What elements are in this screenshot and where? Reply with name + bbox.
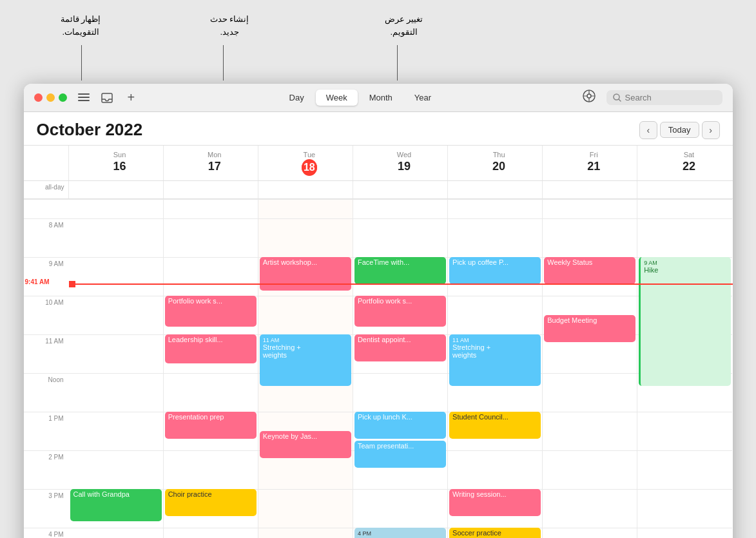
toolbar-icons [75, 89, 116, 107]
event-soccer[interactable]: Soccer practice [449, 528, 541, 538]
day-header-fri: Fri 21 [543, 146, 637, 180]
time-labels: 8 AM 9 AM 10 AM 11 AM Noon 1 PM 2 PM 3 P… [24, 199, 69, 538]
time-col-header [24, 146, 69, 180]
event-artist-workshop[interactable]: Artist workshop... [260, 257, 351, 291]
calendar-list-icon[interactable] [75, 89, 93, 107]
time-padding [24, 199, 69, 218]
prev-button[interactable]: ‹ [639, 121, 657, 139]
tab-day[interactable]: Day [279, 90, 315, 106]
allday-sat [637, 181, 732, 198]
event-stretching-tue[interactable]: 11 AMStretching +weights [260, 334, 351, 386]
allday-wed [353, 181, 448, 198]
svg-rect-0 [78, 93, 90, 95]
allday-mon [164, 181, 258, 198]
traffic-lights [34, 93, 67, 102]
event-pickup-lunch[interactable]: Pick up lunch K... [354, 412, 446, 439]
annotation-line-2 [223, 45, 224, 81]
day-header-mon: Mon 17 [164, 146, 258, 180]
event-leadership[interactable]: Leadership skill... [165, 334, 257, 363]
close-button[interactable] [34, 93, 43, 102]
event-team-presentation[interactable]: Team presentati... [354, 441, 446, 468]
annotation-create-event: إنشاء حدثجديد. [210, 13, 249, 38]
annotation-show-calendars: إظهار قائمةالتقويمات. [61, 13, 101, 38]
search-input[interactable] [625, 93, 715, 102]
day-headers: Sun 16 Mon 17 Tue 18 Wed 19 Thu 20 Fri 2… [24, 146, 733, 181]
airdrop-icon[interactable] [582, 89, 596, 106]
add-event-button[interactable]: + [124, 90, 139, 105]
event-student-council[interactable]: Student Council... [449, 412, 541, 439]
today-button[interactable]: Today [660, 122, 699, 138]
day-col-thu: Pick up coffee P... 11 AMStretching +wei… [448, 199, 543, 538]
day-col-tue: Artist workshop... 11 AMStretching +weig… [258, 199, 353, 538]
event-portfolio-mon[interactable]: Portfolio work s... [165, 296, 257, 327]
time-10am: 10 AM [24, 296, 69, 334]
time-3pm: 3 PM [24, 489, 69, 528]
event-facetime[interactable]: FaceTime with... [354, 257, 446, 284]
time-1pm: 1 PM [24, 412, 69, 450]
tab-year[interactable]: Year [404, 90, 441, 106]
day-header-thu: Thu 20 [448, 146, 543, 180]
day-header-sun: Sun 16 [69, 146, 164, 180]
inbox-icon[interactable] [98, 89, 116, 107]
day-header-sat: Sat 22 [637, 146, 732, 180]
event-dentist[interactable]: Dentist appoint... [354, 334, 446, 361]
time-8am: 8 AM [24, 218, 69, 257]
next-button[interactable]: › [702, 121, 720, 139]
annotation-line-3 [81, 45, 82, 81]
allday-thu [448, 181, 543, 198]
calendar-header: October 2022 ‹ Today › [24, 112, 733, 146]
calendar-window: + Day Week Month Year October 2022 ‹ Tod… [24, 84, 733, 538]
search-box[interactable] [606, 90, 722, 105]
event-choir[interactable]: Choir practice [165, 489, 257, 516]
event-yoga[interactable]: 4 PMYoga class Gold... [354, 528, 446, 538]
allday-sun [69, 181, 164, 198]
day-col-sat: 9 AMHike [637, 199, 732, 538]
event-presentation-prep[interactable]: Presentation prep [165, 412, 257, 439]
allday-fri [543, 181, 637, 198]
time-2pm: 2 PM [24, 450, 69, 489]
allday-row: all-day [24, 181, 733, 199]
days-columns: 9:41 AM [69, 199, 733, 538]
time-grid: 8 AM 9 AM 10 AM 11 AM Noon 1 PM 2 PM 3 P… [24, 199, 733, 538]
time-noon: Noon [24, 373, 69, 412]
day-col-mon: Portfolio work s... Leadership skill... … [164, 199, 258, 538]
day-header-tue: Tue 18 [258, 146, 353, 180]
event-call-grandpa[interactable]: Call with Grandpa [70, 489, 162, 521]
time-11am: 11 AM [24, 334, 69, 373]
event-keynote[interactable]: Keynote by Jas... [260, 431, 351, 458]
minimize-button[interactable] [46, 93, 55, 102]
tab-month[interactable]: Month [359, 90, 403, 106]
annotation-line-1 [397, 45, 398, 81]
tab-week[interactable]: Week [316, 90, 358, 106]
event-writing-session[interactable]: Writing session... [449, 489, 541, 516]
search-icon [613, 93, 621, 102]
allday-tue [258, 181, 353, 198]
svg-line-7 [619, 99, 621, 101]
event-hike[interactable]: 9 AMHike [639, 257, 731, 386]
time-4pm: 4 PM [24, 528, 69, 538]
nav-group: ‹ Today › [639, 121, 720, 139]
day-col-sun: Call with Grandpa [69, 199, 164, 538]
event-budget-meeting[interactable]: Budget Meeting [544, 315, 635, 342]
event-weekly-status[interactable]: Weekly Status [544, 257, 635, 284]
svg-rect-1 [78, 97, 90, 98]
time-9am: 9 AM [24, 257, 69, 296]
svg-rect-2 [78, 100, 90, 101]
view-tabs: Day Week Month Year [146, 90, 574, 106]
event-portfolio-wed[interactable]: Portfolio work s... [354, 296, 446, 327]
svg-point-5 [587, 94, 591, 98]
day-header-wed: Wed 19 [353, 146, 448, 180]
titlebar: + Day Week Month Year [24, 84, 733, 112]
day-col-wed: FaceTime with... Portfolio work s... Den… [353, 199, 448, 538]
allday-label: all-day [24, 181, 69, 198]
month-title: October 2022 [37, 120, 143, 140]
event-stretching-thu[interactable]: 11 AMStretching +weights [449, 334, 541, 386]
fullscreen-button[interactable] [59, 93, 67, 102]
annotation-change-view: تغيير عرضالتقويم. [385, 13, 423, 38]
event-pickup-coffee[interactable]: Pick up coffee P... [449, 257, 541, 284]
day-col-fri: Weekly Status Budget Meeting Call with L… [543, 199, 637, 538]
